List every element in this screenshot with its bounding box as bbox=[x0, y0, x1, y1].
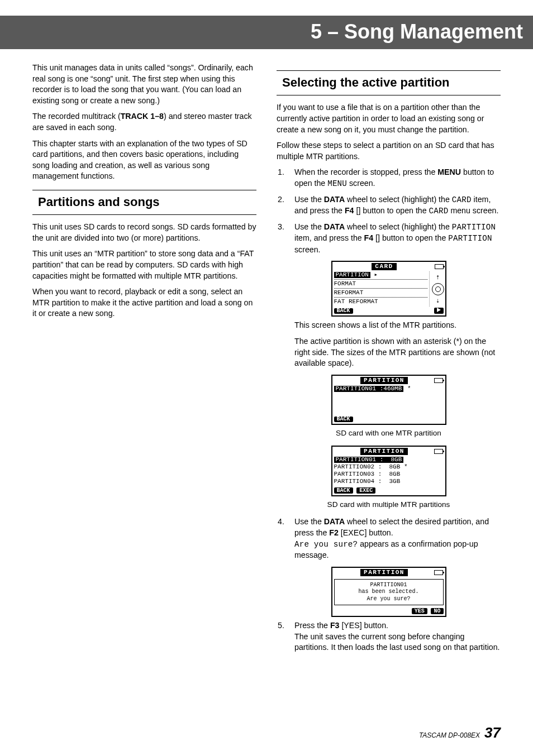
lcd-card-menu: CARD PARTITION ▸ FORMAT REFORMAT FAT REF… bbox=[277, 261, 501, 317]
menu-item: PARTITION bbox=[452, 223, 496, 232]
text: menu screen. bbox=[448, 206, 498, 215]
figure-caption: SD card with one MTR partition bbox=[277, 428, 501, 439]
para: If you want to use a file that is on a p… bbox=[277, 102, 501, 135]
text: When the recorder is stopped, press the bbox=[294, 168, 437, 176]
step-list-cont: Use the DATA wheel to select the desired… bbox=[277, 516, 501, 561]
para: This chapter starts with an explanation … bbox=[32, 138, 256, 182]
f3-label: F3 bbox=[330, 621, 340, 630]
lcd-title: PARTITION bbox=[360, 569, 408, 576]
popup-line: has been selected. bbox=[336, 588, 442, 596]
f2-label: F2 bbox=[329, 528, 339, 537]
para: The active partition is shown with an as… bbox=[294, 336, 501, 369]
up-arrow-icon: ⇡ bbox=[436, 274, 440, 281]
text: [YES] button. bbox=[339, 621, 388, 630]
popup-line: PARTITION01 bbox=[336, 582, 442, 589]
battery-icon bbox=[434, 570, 443, 575]
lcd-play-button bbox=[434, 308, 444, 314]
lcd-title: CARD bbox=[372, 263, 396, 270]
lcd-row: PARTITION03 : 8GB bbox=[334, 471, 444, 478]
lcd-partition-single: PARTITION PARTITION01 :460MB * BACK bbox=[277, 375, 501, 425]
data-wheel-label: DATA bbox=[324, 222, 345, 231]
left-column: This unit manages data in units called “… bbox=[32, 63, 256, 658]
lcd-row: FORMAT bbox=[334, 280, 427, 288]
lcd-row-selected: PARTITION01 : 8GB bbox=[334, 457, 404, 463]
text: wheel to select (highlight) the bbox=[345, 222, 452, 231]
text: The unit saves the current song before c… bbox=[294, 632, 500, 652]
text: Press the bbox=[294, 621, 330, 630]
section-heading-selecting: Selecting the active partition bbox=[277, 70, 501, 95]
page-number: 37 bbox=[484, 724, 501, 741]
text: The recorded multitrack ( bbox=[32, 112, 121, 121]
f4-label: F4 bbox=[345, 206, 354, 215]
section-heading-partitions: Partitions and songs bbox=[32, 190, 256, 215]
para: When you want to record, playback or edi… bbox=[32, 286, 256, 319]
down-arrow-icon: ⇣ bbox=[436, 298, 440, 304]
para: The recorded multitrack (TRACK 1–8) and … bbox=[32, 111, 256, 133]
right-column: Selecting the active partition If you wa… bbox=[277, 63, 501, 658]
lcd-row-selected: PARTITION bbox=[334, 272, 370, 278]
chapter-title: 5 – Song Management bbox=[0, 16, 533, 49]
lcd-exec-button: EXEC bbox=[356, 487, 375, 494]
track-label: TRACK 1–8 bbox=[121, 112, 164, 121]
para: This screen shows a list of the MTR part… bbox=[294, 320, 501, 331]
page-footer: TASCAM DP-008EX 37 bbox=[419, 724, 501, 741]
text: wheel to select (highlight) the bbox=[345, 195, 452, 204]
lcd-title: PARTITION bbox=[360, 377, 408, 384]
lcd-back-button: BACK bbox=[334, 308, 353, 314]
para: This unit uses SD cards to record songs.… bbox=[32, 222, 256, 243]
lcd-row: PARTITION02 : 8GB * bbox=[334, 463, 444, 471]
popup-text: Are you sure? bbox=[294, 540, 358, 549]
text: [EXEC] button. bbox=[339, 528, 393, 537]
screen-name: MENU bbox=[327, 179, 347, 188]
screen-name: CARD bbox=[429, 207, 449, 216]
lcd-row: FAT REFORMAT bbox=[334, 298, 427, 305]
step-4: Use the DATA wheel to select the desired… bbox=[277, 516, 501, 561]
lcd-row: PARTITION04 : 3GB bbox=[334, 478, 444, 485]
figure-caption: SD card with multiple MTR partitions bbox=[277, 500, 501, 510]
text: [ bbox=[373, 233, 378, 242]
step-3: Use the DATA wheel to select (highlight)… bbox=[277, 222, 501, 256]
f4-label: F4 bbox=[364, 233, 374, 242]
lcd-back-button: BACK bbox=[334, 417, 353, 422]
active-star: * bbox=[407, 385, 411, 392]
lcd-partition-multi: PARTITION PARTITION01 : 8GB PARTITION02 … bbox=[277, 446, 501, 496]
data-wheel-label: DATA bbox=[324, 517, 345, 526]
wheel-icon bbox=[432, 283, 444, 295]
step-1: When the recorder is stopped, press the … bbox=[277, 167, 501, 189]
screen-name: PARTITION bbox=[448, 234, 492, 243]
text: screen. bbox=[294, 245, 321, 254]
lcd-back-button: BACK bbox=[334, 487, 353, 494]
lcd-confirm-popup: PARTITION PARTITION01 has been selected.… bbox=[277, 567, 501, 618]
text: Use the bbox=[294, 517, 324, 526]
step-2: Use the DATA wheel to select (highlight)… bbox=[277, 194, 501, 217]
data-wheel-label: DATA bbox=[324, 195, 345, 204]
lcd-row: REFORMAT bbox=[334, 289, 427, 296]
menu-button-label: MENU bbox=[437, 168, 461, 176]
lcd-yes-button: YES bbox=[412, 608, 427, 614]
lcd-row-selected: PARTITION01 :460MB bbox=[334, 386, 404, 392]
step-list-cont2: Press the F3 [YES] button. The unit save… bbox=[277, 620, 501, 653]
text: screen. bbox=[347, 179, 375, 188]
model-label: TASCAM DP-008EX bbox=[419, 731, 480, 739]
battery-icon bbox=[434, 378, 443, 383]
popup-line: Are you sure? bbox=[336, 596, 442, 603]
step-5: Press the F3 [YES] button. The unit save… bbox=[277, 620, 501, 653]
text: Use the bbox=[294, 195, 324, 204]
battery-icon bbox=[435, 264, 444, 269]
text: ] button to open the bbox=[358, 206, 429, 215]
text: item, and press the bbox=[294, 233, 364, 242]
lcd-title: PARTITION bbox=[360, 448, 408, 455]
text: Use the bbox=[294, 222, 324, 231]
para: This unit uses an “MTR partition” to sto… bbox=[32, 248, 256, 281]
step-list: When the recorder is stopped, press the … bbox=[277, 167, 501, 255]
para: This unit manages data in units called “… bbox=[32, 63, 256, 106]
menu-item: CARD bbox=[452, 195, 472, 204]
battery-icon bbox=[434, 449, 443, 454]
lcd-no-button: NO bbox=[431, 608, 443, 614]
text: ] button to open the bbox=[378, 233, 448, 242]
para: Follow these steps to select a partition… bbox=[277, 140, 501, 162]
